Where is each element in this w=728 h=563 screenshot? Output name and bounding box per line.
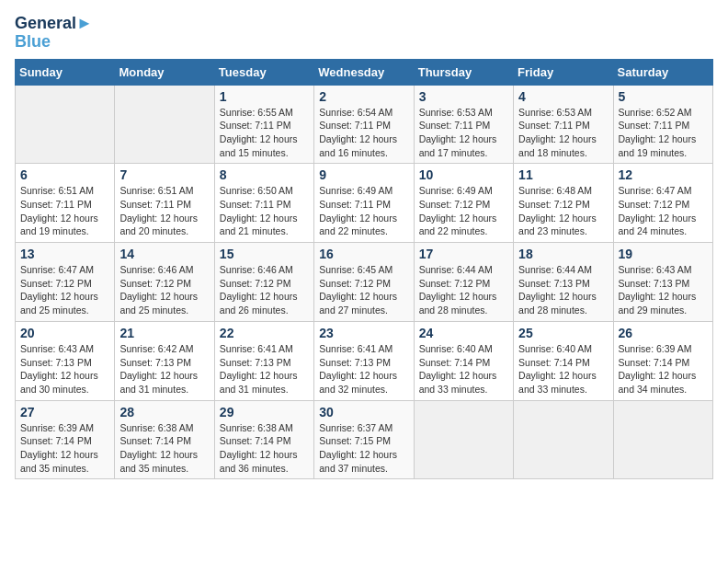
day-cell: 27 Sunrise: 6:39 AMSunset: 7:14 PMDaylig… bbox=[16, 400, 115, 479]
day-number: 10 bbox=[419, 167, 508, 182]
day-number: 8 bbox=[220, 167, 309, 182]
day-number: 6 bbox=[20, 167, 109, 182]
day-cell: 16 Sunrise: 6:45 AMSunset: 7:12 PMDaylig… bbox=[314, 243, 414, 322]
day-detail: Sunrise: 6:50 AMSunset: 7:11 PMDaylight:… bbox=[220, 185, 298, 236]
day-detail: Sunrise: 6:39 AMSunset: 7:14 PMDaylight:… bbox=[20, 422, 98, 474]
day-number: 1 bbox=[220, 89, 309, 104]
day-number: 16 bbox=[319, 247, 408, 261]
day-number: 11 bbox=[518, 167, 608, 182]
day-cell: 10 Sunrise: 6:49 AMSunset: 7:12 PMDaylig… bbox=[414, 164, 513, 243]
day-cell bbox=[16, 85, 115, 164]
day-detail: Sunrise: 6:51 AMSunset: 7:11 PMDaylight:… bbox=[20, 185, 98, 236]
col-header-saturday: Saturday bbox=[613, 59, 712, 85]
day-detail: Sunrise: 6:47 AMSunset: 7:12 PMDaylight:… bbox=[619, 185, 697, 236]
week-row-1: 1 Sunrise: 6:55 AMSunset: 7:11 PMDayligh… bbox=[16, 85, 713, 164]
day-number: 2 bbox=[319, 89, 408, 104]
day-detail: Sunrise: 6:41 AMSunset: 7:13 PMDaylight:… bbox=[319, 343, 397, 395]
day-number: 9 bbox=[319, 167, 408, 182]
day-number: 22 bbox=[220, 326, 309, 340]
day-cell: 17 Sunrise: 6:44 AMSunset: 7:12 PMDaylig… bbox=[414, 243, 513, 322]
day-number: 14 bbox=[119, 247, 209, 261]
col-header-tuesday: Tuesday bbox=[214, 59, 313, 85]
day-cell: 9 Sunrise: 6:49 AMSunset: 7:11 PMDayligh… bbox=[314, 164, 414, 243]
day-cell: 30 Sunrise: 6:37 AMSunset: 7:15 PMDaylig… bbox=[314, 400, 414, 479]
day-cell: 14 Sunrise: 6:46 AMSunset: 7:12 PMDaylig… bbox=[115, 243, 214, 322]
day-detail: Sunrise: 6:37 AMSunset: 7:15 PMDaylight:… bbox=[319, 422, 397, 474]
day-number: 23 bbox=[319, 326, 408, 340]
day-detail: Sunrise: 6:54 AMSunset: 7:11 PMDaylight:… bbox=[319, 107, 397, 158]
day-detail: Sunrise: 6:38 AMSunset: 7:14 PMDaylight:… bbox=[220, 422, 298, 474]
col-header-sunday: Sunday bbox=[16, 59, 115, 85]
day-number: 13 bbox=[20, 247, 109, 261]
day-cell: 7 Sunrise: 6:51 AMSunset: 7:11 PMDayligh… bbox=[115, 164, 214, 243]
day-cell: 21 Sunrise: 6:42 AMSunset: 7:13 PMDaylig… bbox=[115, 321, 214, 400]
day-detail: Sunrise: 6:45 AMSunset: 7:12 PMDaylight:… bbox=[319, 264, 397, 316]
day-cell: 13 Sunrise: 6:47 AMSunset: 7:12 PMDaylig… bbox=[16, 243, 115, 322]
day-cell bbox=[613, 400, 712, 479]
page-header: General► Blue bbox=[15, 15, 713, 52]
day-cell: 4 Sunrise: 6:53 AMSunset: 7:11 PMDayligh… bbox=[514, 85, 613, 164]
day-cell: 6 Sunrise: 6:51 AMSunset: 7:11 PMDayligh… bbox=[16, 164, 115, 243]
day-detail: Sunrise: 6:47 AMSunset: 7:12 PMDaylight:… bbox=[20, 264, 98, 316]
col-header-wednesday: Wednesday bbox=[314, 59, 414, 85]
day-cell: 15 Sunrise: 6:46 AMSunset: 7:12 PMDaylig… bbox=[214, 243, 313, 322]
day-number: 24 bbox=[419, 326, 508, 340]
day-detail: Sunrise: 6:44 AMSunset: 7:12 PMDaylight:… bbox=[419, 264, 497, 316]
day-detail: Sunrise: 6:40 AMSunset: 7:14 PMDaylight:… bbox=[518, 343, 597, 395]
week-row-2: 6 Sunrise: 6:51 AMSunset: 7:11 PMDayligh… bbox=[16, 164, 713, 243]
day-cell: 20 Sunrise: 6:43 AMSunset: 7:13 PMDaylig… bbox=[16, 321, 115, 400]
day-cell: 24 Sunrise: 6:40 AMSunset: 7:14 PMDaylig… bbox=[414, 321, 513, 400]
day-number: 28 bbox=[119, 405, 209, 419]
day-detail: Sunrise: 6:42 AMSunset: 7:13 PMDaylight:… bbox=[119, 343, 198, 395]
day-detail: Sunrise: 6:51 AMSunset: 7:11 PMDaylight:… bbox=[119, 185, 198, 236]
day-cell: 1 Sunrise: 6:55 AMSunset: 7:11 PMDayligh… bbox=[214, 85, 313, 164]
day-number: 30 bbox=[319, 405, 408, 419]
day-detail: Sunrise: 6:39 AMSunset: 7:14 PMDaylight:… bbox=[619, 343, 697, 395]
day-detail: Sunrise: 6:49 AMSunset: 7:12 PMDaylight:… bbox=[419, 185, 497, 236]
day-cell: 5 Sunrise: 6:52 AMSunset: 7:11 PMDayligh… bbox=[613, 85, 712, 164]
day-cell: 19 Sunrise: 6:43 AMSunset: 7:13 PMDaylig… bbox=[613, 243, 712, 322]
col-header-friday: Friday bbox=[514, 59, 613, 85]
day-cell: 8 Sunrise: 6:50 AMSunset: 7:11 PMDayligh… bbox=[214, 164, 313, 243]
col-header-thursday: Thursday bbox=[414, 59, 513, 85]
day-number: 27 bbox=[20, 405, 109, 419]
day-number: 17 bbox=[419, 247, 508, 261]
day-number: 19 bbox=[619, 247, 708, 261]
day-cell: 18 Sunrise: 6:44 AMSunset: 7:13 PMDaylig… bbox=[514, 243, 613, 322]
day-detail: Sunrise: 6:55 AMSunset: 7:11 PMDaylight:… bbox=[220, 107, 298, 158]
day-cell bbox=[115, 85, 214, 164]
day-detail: Sunrise: 6:43 AMSunset: 7:13 PMDaylight:… bbox=[619, 264, 697, 316]
day-number: 4 bbox=[518, 89, 608, 104]
day-number: 18 bbox=[518, 247, 608, 261]
day-cell: 2 Sunrise: 6:54 AMSunset: 7:11 PMDayligh… bbox=[314, 85, 414, 164]
day-cell: 29 Sunrise: 6:38 AMSunset: 7:14 PMDaylig… bbox=[214, 400, 313, 479]
logo-text: General► bbox=[15, 15, 93, 33]
day-detail: Sunrise: 6:44 AMSunset: 7:13 PMDaylight:… bbox=[518, 264, 597, 316]
logo: General► Blue bbox=[15, 15, 93, 52]
day-detail: Sunrise: 6:38 AMSunset: 7:14 PMDaylight:… bbox=[119, 422, 198, 474]
day-cell: 3 Sunrise: 6:53 AMSunset: 7:11 PMDayligh… bbox=[414, 85, 513, 164]
day-detail: Sunrise: 6:48 AMSunset: 7:12 PMDaylight:… bbox=[518, 185, 597, 236]
day-detail: Sunrise: 6:40 AMSunset: 7:14 PMDaylight:… bbox=[419, 343, 497, 395]
day-detail: Sunrise: 6:52 AMSunset: 7:11 PMDaylight:… bbox=[619, 107, 697, 158]
calendar-table: SundayMondayTuesdayWednesdayThursdayFrid… bbox=[15, 59, 713, 480]
day-cell: 26 Sunrise: 6:39 AMSunset: 7:14 PMDaylig… bbox=[613, 321, 712, 400]
week-row-5: 27 Sunrise: 6:39 AMSunset: 7:14 PMDaylig… bbox=[16, 400, 713, 479]
day-cell: 22 Sunrise: 6:41 AMSunset: 7:13 PMDaylig… bbox=[214, 321, 313, 400]
day-number: 15 bbox=[220, 247, 309, 261]
logo-blue: Blue bbox=[15, 33, 93, 52]
day-number: 3 bbox=[419, 89, 508, 104]
day-number: 25 bbox=[518, 326, 608, 340]
day-number: 7 bbox=[119, 167, 209, 182]
day-cell: 23 Sunrise: 6:41 AMSunset: 7:13 PMDaylig… bbox=[314, 321, 414, 400]
day-cell: 25 Sunrise: 6:40 AMSunset: 7:14 PMDaylig… bbox=[514, 321, 613, 400]
day-cell: 12 Sunrise: 6:47 AMSunset: 7:12 PMDaylig… bbox=[613, 164, 712, 243]
day-cell bbox=[514, 400, 613, 479]
week-row-3: 13 Sunrise: 6:47 AMSunset: 7:12 PMDaylig… bbox=[16, 243, 713, 322]
week-row-4: 20 Sunrise: 6:43 AMSunset: 7:13 PMDaylig… bbox=[16, 321, 713, 400]
day-detail: Sunrise: 6:41 AMSunset: 7:13 PMDaylight:… bbox=[220, 343, 298, 395]
day-detail: Sunrise: 6:53 AMSunset: 7:11 PMDaylight:… bbox=[419, 107, 497, 158]
day-cell: 28 Sunrise: 6:38 AMSunset: 7:14 PMDaylig… bbox=[115, 400, 214, 479]
day-number: 12 bbox=[619, 167, 708, 182]
day-number: 26 bbox=[619, 326, 708, 340]
